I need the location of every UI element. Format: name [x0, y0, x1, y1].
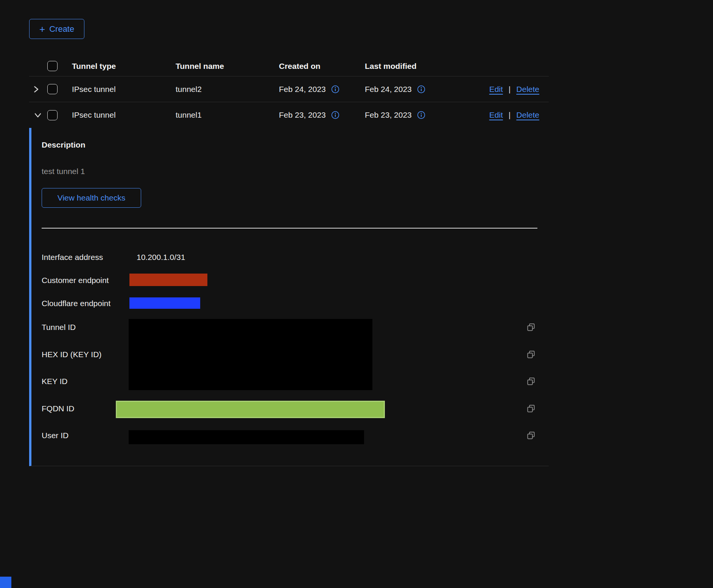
copy-fqdn-id-button[interactable] — [526, 404, 536, 414]
tunnel-type-cell: IPsec tunnel — [72, 85, 176, 94]
chevron-down-icon — [33, 112, 42, 118]
delete-link[interactable]: Delete — [516, 110, 539, 120]
table-header-row: Tunnel type Tunnel name Created on Last … — [29, 56, 549, 76]
tunnels-page: + Create Tunnel type Tunnel name Created… — [0, 0, 713, 588]
info-icon — [331, 85, 339, 93]
tunnels-table: Tunnel type Tunnel name Created on Last … — [29, 56, 549, 466]
created-on-value: Feb 23, 2023 — [279, 110, 326, 120]
redacted-fqdn-id-value — [116, 401, 385, 418]
tunnel-name-cell: tunnel2 — [176, 85, 279, 94]
info-icon — [417, 85, 425, 93]
copy-icon — [526, 404, 536, 414]
redacted-cloudflare-endpoint-value — [129, 297, 200, 309]
last-modified-value: Feb 23, 2023 — [365, 110, 412, 120]
last-modified-value: Feb 24, 2023 — [365, 85, 412, 94]
row-checkbox[interactable] — [47, 110, 58, 120]
created-on-info-button[interactable] — [331, 85, 339, 93]
column-header-created-on: Created on — [279, 62, 365, 71]
created-on-info-button[interactable] — [331, 111, 339, 119]
redacted-tunnel-ids-block — [129, 319, 372, 390]
edit-link[interactable]: Edit — [489, 85, 503, 94]
view-health-checks-button[interactable]: View health checks — [42, 188, 141, 208]
field-label-hex-id: HEX ID (KEY ID) — [42, 350, 101, 359]
last-modified-info-button[interactable] — [417, 85, 425, 93]
last-modified-info-button[interactable] — [417, 111, 425, 119]
select-all-checkbox[interactable] — [47, 61, 58, 71]
column-header-last-modified: Last modified — [365, 62, 478, 71]
table-row: IPsec tunnel tunnel1 Feb 23, 2023 Feb 23… — [29, 102, 549, 128]
edit-link[interactable]: Edit — [489, 110, 503, 120]
field-value-interface-address: 10.200.1.0/31 — [137, 252, 185, 262]
tunnel-type-cell: IPsec tunnel — [72, 110, 176, 120]
copy-key-id-button[interactable] — [526, 376, 536, 386]
tunnel-name-cell: tunnel1 — [176, 110, 279, 120]
collapse-row-button[interactable] — [33, 112, 42, 118]
info-icon — [417, 111, 425, 119]
copy-icon — [526, 431, 536, 440]
copy-icon — [526, 322, 536, 332]
action-separator: | — [509, 85, 511, 94]
field-label-user-id: User ID — [42, 431, 68, 440]
description-value: test tunnel 1 — [42, 166, 85, 176]
description-label: Description — [42, 140, 86, 150]
section-divider — [42, 228, 537, 229]
delete-link[interactable]: Delete — [516, 85, 539, 94]
created-on-value: Feb 24, 2023 — [279, 85, 326, 94]
chevron-right-icon — [33, 85, 39, 94]
field-label-customer-endpoint: Customer endpoint — [42, 275, 109, 285]
copy-icon — [526, 376, 536, 386]
action-separator: | — [509, 110, 511, 120]
field-label-key-id: KEY ID — [42, 376, 67, 386]
create-button[interactable]: + Create — [29, 19, 84, 39]
column-header-tunnel-name: Tunnel name — [176, 62, 279, 71]
table-row: IPsec tunnel tunnel2 Feb 24, 2023 Feb 24… — [29, 76, 549, 102]
field-label-fqdn-id: FQDN ID — [42, 404, 74, 414]
expand-row-button[interactable] — [33, 85, 39, 94]
field-label-interface-address: Interface address — [42, 252, 103, 262]
tunnel-detail-panel: Description test tunnel 1 View health ch… — [29, 128, 549, 466]
copy-hex-id-button[interactable] — [526, 350, 536, 359]
copy-icon — [526, 350, 536, 359]
field-label-tunnel-id: Tunnel ID — [42, 322, 76, 332]
copy-tunnel-id-button[interactable] — [526, 322, 536, 332]
redacted-customer-endpoint-value — [129, 274, 207, 286]
create-button-label: Create — [49, 24, 74, 34]
copy-user-id-button[interactable] — [526, 431, 536, 440]
column-header-tunnel-type: Tunnel type — [72, 62, 176, 71]
row-checkbox[interactable] — [47, 84, 58, 94]
info-icon — [331, 111, 339, 119]
field-label-cloudflare-endpoint: Cloudflare endpoint — [42, 299, 111, 308]
redacted-user-id-value — [129, 430, 364, 444]
plus-icon: + — [39, 24, 45, 34]
bottom-left-accent-square — [0, 577, 11, 588]
